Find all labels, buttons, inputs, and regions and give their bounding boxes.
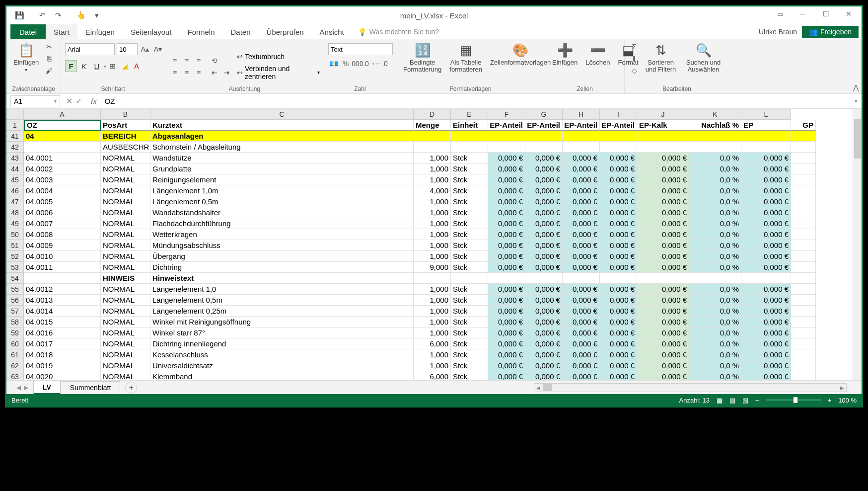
- zoom-in-icon[interactable]: +: [828, 397, 832, 404]
- cell-styles-button[interactable]: 🎨Zellenformatvorlagen: [487, 41, 554, 67]
- fill-icon[interactable]: ⬇: [629, 53, 640, 64]
- sheet-tab-summenblatt[interactable]: Summenblatt: [61, 381, 120, 394]
- align-center-icon[interactable]: ≡: [181, 67, 192, 78]
- touch-mode-icon[interactable]: 👆: [74, 8, 88, 22]
- col-header[interactable]: G: [525, 109, 563, 120]
- italic-button[interactable]: K: [78, 60, 90, 72]
- col-header[interactable]: C: [150, 109, 414, 120]
- tab-insert[interactable]: Einfügen: [77, 24, 123, 39]
- align-top-center-icon[interactable]: ≡: [181, 55, 192, 66]
- decrease-indent-icon[interactable]: ⇤: [209, 67, 220, 78]
- fx-icon[interactable]: fx: [86, 97, 102, 105]
- currency-icon[interactable]: 💶: [328, 58, 339, 69]
- spreadsheet-grid[interactable]: A B C D E F G H I J K L 1414243444546474…: [6, 109, 862, 380]
- col-header[interactable]: H: [563, 109, 600, 120]
- decrease-decimal-icon[interactable]: ←.0: [376, 58, 387, 69]
- autosum-icon[interactable]: Σ: [629, 41, 640, 52]
- tell-me-search[interactable]: 💡 Was möchten Sie tun?: [352, 24, 439, 39]
- window-title: mein_LV.xlsx - Excel: [400, 11, 468, 20]
- thousands-icon[interactable]: 000: [352, 58, 363, 69]
- number-format-combo[interactable]: [328, 43, 393, 55]
- formula-input[interactable]: [102, 95, 851, 107]
- tab-start[interactable]: Start: [46, 24, 77, 39]
- merge-center-button[interactable]: ⇿Verbinden und zentrieren▾: [237, 65, 320, 81]
- align-top-right-icon[interactable]: ≡: [193, 55, 204, 66]
- close-icon[interactable]: ✕: [838, 6, 860, 21]
- sheet-tab-lv[interactable]: LV: [33, 381, 61, 395]
- tab-formulas[interactable]: Formeln: [180, 24, 223, 39]
- col-header[interactable]: L: [741, 109, 791, 120]
- col-header[interactable]: J: [637, 109, 689, 120]
- col-header[interactable]: E: [451, 109, 488, 120]
- percent-icon[interactable]: %: [340, 58, 351, 69]
- vertical-scrollbar[interactable]: [853, 109, 862, 380]
- increase-indent-icon[interactable]: ⇥: [221, 67, 232, 78]
- redo-icon[interactable]: ↷: [51, 8, 65, 22]
- orientation-icon[interactable]: ⟲: [209, 55, 220, 66]
- add-sheet-button[interactable]: +: [125, 382, 137, 394]
- col-header[interactable]: B: [101, 109, 150, 120]
- cancel-formula-icon[interactable]: ✕: [66, 96, 72, 106]
- user-name[interactable]: Ulrike Braun: [759, 28, 797, 36]
- format-as-table-button[interactable]: ▦Als Tabelle formatieren: [446, 41, 485, 75]
- align-right-icon[interactable]: ≡: [193, 67, 204, 78]
- sheet-nav-prev-icon[interactable]: ◀: [16, 384, 21, 391]
- font-name-combo[interactable]: [65, 43, 115, 55]
- sort-filter-button[interactable]: ⇅Sortieren und Filtern: [642, 41, 680, 75]
- fill-color-icon[interactable]: ◢: [119, 61, 130, 72]
- col-header[interactable]: K: [689, 109, 741, 120]
- cut-icon[interactable]: ✂: [44, 41, 55, 52]
- select-all-triangle[interactable]: [6, 109, 24, 120]
- find-select-button[interactable]: 🔍Suchen und Auswählen: [682, 41, 725, 75]
- conditional-formatting-button[interactable]: 🔢Bedingte Formatierung: [400, 41, 444, 75]
- tab-view[interactable]: Ansicht: [312, 24, 352, 39]
- borders-icon[interactable]: ⊞: [107, 61, 118, 72]
- maximize-icon[interactable]: ☐: [815, 6, 837, 21]
- increase-decimal-icon[interactable]: .0→: [364, 58, 375, 69]
- sheet-nav-next-icon[interactable]: ▶: [24, 384, 28, 391]
- view-page-break-icon[interactable]: ▧: [742, 397, 748, 404]
- share-button[interactable]: 👥 Freigeben: [802, 26, 859, 38]
- share-icon: 👥: [809, 28, 817, 36]
- align-left-icon[interactable]: ≡: [169, 67, 180, 78]
- underline-button[interactable]: U: [91, 60, 103, 72]
- increase-font-icon[interactable]: A▴: [140, 44, 150, 55]
- clear-icon[interactable]: ◇: [629, 65, 640, 76]
- view-normal-icon[interactable]: ▦: [717, 397, 723, 404]
- expand-formula-icon[interactable]: ▾: [851, 98, 862, 104]
- view-page-layout-icon[interactable]: ▤: [729, 397, 735, 404]
- col-header[interactable]: F: [488, 109, 525, 120]
- minimize-icon[interactable]: ─: [792, 6, 814, 21]
- bold-button[interactable]: F: [65, 60, 77, 72]
- col-header[interactable]: D: [414, 109, 451, 120]
- col-header[interactable]: A: [24, 109, 101, 120]
- wrap-text-button[interactable]: ↩Textumbruch: [237, 53, 320, 61]
- zoom-slider[interactable]: [766, 399, 821, 401]
- ribbon-display-icon[interactable]: ▭: [769, 6, 791, 21]
- tab-layout[interactable]: Seitenlayout: [123, 24, 180, 39]
- align-top-left-icon[interactable]: ≡: [169, 55, 180, 66]
- qat-customize-icon[interactable]: ▾: [90, 8, 104, 22]
- decrease-font-icon[interactable]: A▾: [152, 44, 163, 55]
- zoom-level[interactable]: 100 %: [838, 397, 857, 404]
- name-box[interactable]: A1▾: [10, 95, 60, 107]
- delete-cells-button[interactable]: ➖Löschen: [582, 41, 613, 67]
- tab-file[interactable]: Datei: [10, 24, 46, 39]
- format-painter-icon[interactable]: 🖌: [44, 65, 55, 76]
- font-size-combo[interactable]: [117, 43, 138, 55]
- save-icon[interactable]: 💾: [12, 8, 26, 22]
- zoom-out-icon[interactable]: −: [755, 397, 759, 404]
- copy-icon[interactable]: ⎘: [44, 53, 55, 64]
- alignment-grid[interactable]: ≡ ≡ ≡ ≡ ≡ ≡: [169, 55, 204, 78]
- row-headers[interactable]: 1414243444546474849505152535455565758596…: [6, 120, 24, 380]
- insert-cells-button[interactable]: ➕Einfügen: [549, 41, 580, 67]
- tab-data[interactable]: Daten: [223, 24, 259, 39]
- undo-icon[interactable]: ↶: [35, 8, 49, 22]
- font-color-icon[interactable]: A: [131, 61, 142, 72]
- collapse-ribbon-icon[interactable]: ⋀: [853, 83, 859, 91]
- tab-review[interactable]: Überprüfen: [259, 24, 312, 39]
- horizontal-scrollbar[interactable]: ◀ ▶: [534, 383, 847, 392]
- paste-button[interactable]: 📋 Einfügen ▾: [10, 41, 42, 74]
- col-header[interactable]: I: [600, 109, 637, 120]
- enter-formula-icon[interactable]: ✓: [75, 96, 82, 106]
